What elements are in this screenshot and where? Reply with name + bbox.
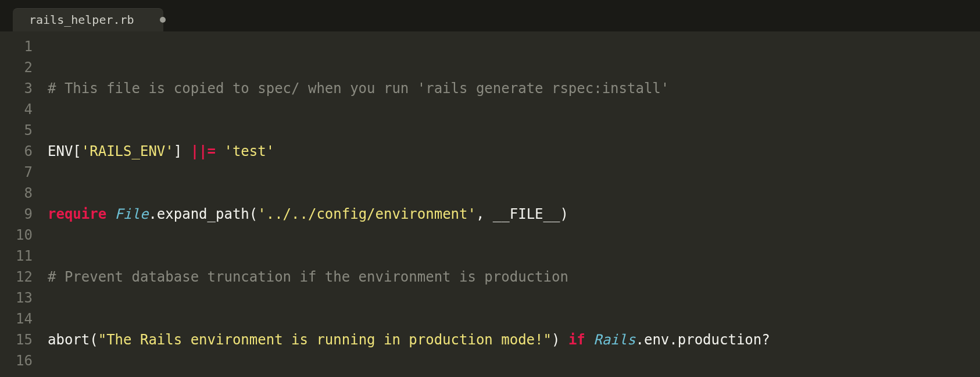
tab-rails-helper[interactable]: rails_helper.rb bbox=[13, 8, 163, 31]
dirty-indicator-icon bbox=[160, 17, 166, 23]
line-number: 8 bbox=[0, 183, 41, 204]
code-line: # Prevent database truncation if the env… bbox=[48, 266, 980, 287]
line-number: 13 bbox=[0, 287, 41, 308]
line-number: 14 bbox=[0, 308, 41, 329]
line-number: 1 bbox=[0, 36, 41, 57]
tab-filename: rails_helper.rb bbox=[29, 13, 134, 27]
line-number-gutter: 1 2 3 4 5 6 7 8 9 10 11 12 13 14 15 16 bbox=[0, 31, 41, 377]
code-line: abort("The Rails environment is running … bbox=[48, 329, 980, 350]
line-number: 11 bbox=[0, 246, 41, 266]
line-number: 9 bbox=[0, 204, 41, 225]
code-line: # This file is copied to spec/ when you … bbox=[48, 78, 980, 99]
line-number: 6 bbox=[0, 141, 41, 162]
code-line: ENV['RAILS_ENV'] ||= 'test' bbox=[48, 141, 980, 162]
line-number: 5 bbox=[0, 120, 41, 141]
tab-bar: rails_helper.rb bbox=[0, 5, 980, 31]
code-area[interactable]: # This file is copied to spec/ when you … bbox=[41, 31, 980, 377]
line-number: 3 bbox=[0, 78, 41, 99]
editor: 1 2 3 4 5 6 7 8 9 10 11 12 13 14 15 16 #… bbox=[0, 31, 980, 377]
line-number: 4 bbox=[0, 99, 41, 120]
line-number: 2 bbox=[0, 57, 41, 78]
line-number: 10 bbox=[0, 225, 41, 246]
line-number: 12 bbox=[0, 266, 41, 287]
line-number: 7 bbox=[0, 162, 41, 183]
window-topbar bbox=[0, 0, 980, 5]
line-number: 15 bbox=[0, 329, 41, 350]
code-line: require File.expand_path('../../config/e… bbox=[48, 204, 980, 225]
line-number: 16 bbox=[0, 350, 41, 371]
